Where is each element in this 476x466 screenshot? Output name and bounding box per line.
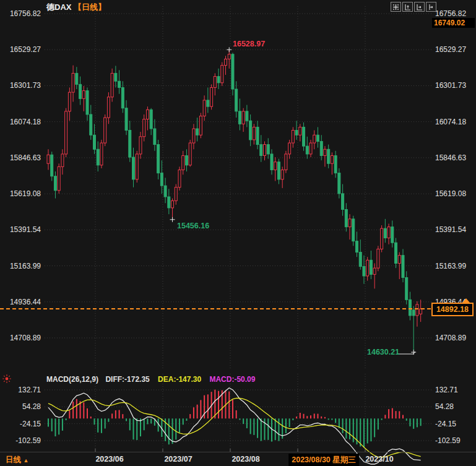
period-selector-label: 日线 — [6, 455, 21, 464]
axis-tick-label: 16301.73 — [435, 81, 466, 90]
fit-y-axis-button[interactable] — [402, 2, 413, 12]
fit-x-axis-icon — [416, 4, 423, 11]
axis-tick-label: 15163.99 — [10, 262, 41, 270]
macd-indicator-name: MACD(26,12,9) — [46, 375, 98, 384]
axis-tick-label: 16756.82 — [435, 9, 466, 18]
x-axis-label: 2023/08 — [232, 455, 259, 464]
fit-y-axis-icon — [404, 4, 411, 11]
period-high-annotation: 16528.97 — [233, 40, 265, 48]
period-selector-arrow-icon: ▲ — [23, 457, 28, 464]
red-burst-icon — [2, 374, 12, 384]
last-price-tag: 14892.18 — [431, 303, 474, 316]
collapse-pane-button[interactable] — [426, 2, 436, 12]
axis-tick-label: 16074.18 — [435, 118, 466, 126]
axis-tick-label: 14936.44 — [10, 298, 41, 306]
axis-tick-label: 16074.18 — [10, 118, 41, 126]
time-axis-bar: 日线 ▲ 2023/06 2023/07 2023/08 2023/08/30 … — [0, 452, 476, 466]
axis-tick-label: 15846.63 — [435, 153, 466, 162]
axis-tick-label: 54.28 — [22, 402, 41, 411]
fit-x-axis-button[interactable] — [414, 2, 425, 12]
x-axis-label: 2023/06 — [95, 455, 123, 464]
collapse-pane-icon — [428, 4, 435, 11]
axis-tick-label: 14708.89 — [10, 334, 41, 342]
macd-macd-value: MACD:-50.09 — [209, 375, 255, 384]
macd-dea-value: DEA:-147.30 — [158, 375, 201, 384]
axis-tick-label: -24.15 — [20, 420, 41, 428]
axis-tick-label: 132.71 — [435, 386, 458, 394]
right-price-axis: 16756.8216529.2716301.7316074.1815846.63… — [434, 0, 476, 466]
axis-tick-label: 15163.99 — [435, 262, 466, 270]
macd-diff-value: DIFF:-172.35 — [105, 375, 149, 384]
x-axis-label: 2023/10 — [365, 455, 393, 464]
axis-tick-label: 54.28 — [435, 402, 454, 411]
symbol-name: 德DAX — [46, 2, 71, 12]
period-selector[interactable]: 日线 ▲ — [6, 455, 28, 465]
chart-window: 德DAX 【日线】 16756 — [0, 0, 476, 466]
period-tag: 【日线】 — [74, 2, 106, 12]
pan-icon — [392, 4, 399, 11]
session-high-tag: 16749.02 — [432, 18, 475, 28]
axis-tick-label: 16756.82 — [10, 9, 41, 18]
axis-tick-label: 15391.54 — [435, 225, 466, 234]
pan-button[interactable] — [391, 2, 401, 12]
candlestick-chart[interactable] — [0, 0, 476, 466]
chart-title: 德DAX 【日线】 — [46, 3, 106, 12]
macd-header: MACD(26,12,9) DIFF:-172.35 DEA:-147.30 M… — [46, 375, 255, 384]
highlighted-date-label: 2023/08/30 星期三 — [288, 454, 359, 466]
axis-tick-label: 16529.27 — [435, 45, 466, 54]
price-up-arrow-icon — [462, 298, 470, 303]
chart-toolbar — [391, 2, 436, 12]
axis-tick-label: 16529.27 — [10, 45, 41, 54]
july-low-annotation: 15456.16 — [177, 222, 209, 230]
oct-low-annotation: 14630.21 — [367, 348, 399, 356]
axis-tick-label: -102.59 — [15, 436, 41, 445]
axis-tick-label: 132.71 — [18, 386, 41, 394]
x-axis-label: 2023/07 — [164, 455, 192, 464]
axis-tick-label: 15391.54 — [10, 225, 41, 234]
candles-layer — [47, 50, 422, 350]
axis-tick-label: 15619.08 — [435, 189, 466, 198]
axis-tick-label: 15619.08 — [10, 189, 41, 198]
axis-tick-label: 14708.89 — [435, 334, 466, 342]
oct-low-pointer — [397, 352, 415, 354]
axis-tick-label: -102.59 — [435, 436, 461, 445]
axis-tick-label: -24.15 — [435, 420, 456, 428]
indicator-flag-button[interactable] — [2, 374, 12, 384]
left-price-axis: 16756.8216529.2716301.7316074.1815846.63… — [0, 0, 42, 466]
axis-tick-label: 15846.63 — [10, 153, 41, 162]
axis-tick-label: 16301.73 — [10, 81, 41, 90]
